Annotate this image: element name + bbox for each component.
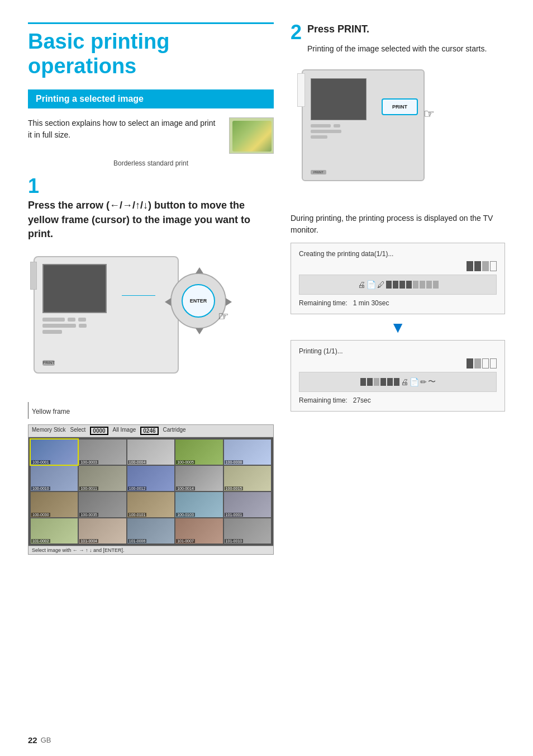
cartridge-label: Cartridge — [163, 427, 186, 435]
select-count: 0000 — [90, 427, 108, 435]
thumb-9: 100-0014 — [175, 466, 222, 491]
thumb-11: 100-0030 — [31, 492, 78, 517]
hand-cursor-icon: ☞ — [218, 309, 229, 324]
printer-body: PRINT PRINT ☞ — [302, 69, 425, 181]
arrow-up-button — [196, 267, 203, 273]
paper-slot — [30, 262, 37, 290]
intro-text: This section explains how to select an i… — [28, 117, 221, 141]
step1-block: 1 Press the arrow (←/→/↑/↓) button to mo… — [28, 176, 274, 555]
device-body: PRINT — [34, 256, 179, 374]
tv-screen-2: Printing (1/1)... — [291, 340, 505, 412]
screen1-remaining: Remaining time: 1 min 30sec — [299, 299, 497, 307]
strip-footer: Select image with ← → ↑ ↓ and [ENTER]. — [28, 546, 273, 554]
page-num: 22 — [28, 735, 37, 745]
enter-button: ENTER — [182, 284, 215, 318]
print-button-highlighted: PRINT — [382, 98, 418, 115]
print-device-illustration: PRINT PRINT ☞ — [291, 64, 505, 204]
sunflower-image — [229, 117, 274, 154]
icon-printer: 🖨 — [358, 280, 365, 289]
hand-cursor-print: ☞ — [423, 107, 435, 121]
thumb-7: 100-0011 — [79, 466, 126, 491]
thumb-12: 100-0035 — [79, 492, 126, 517]
progress-bar-1 — [299, 261, 497, 271]
left-column: Basic printing operations Printing a sel… — [28, 22, 274, 555]
thumb-13: 100-0101 — [127, 492, 174, 517]
page-number-bar: 22 GB — [28, 735, 51, 745]
step1-text: Press the arrow (←/→/↑/↓) button to move… — [28, 199, 274, 241]
prog-block-s2-4 — [490, 358, 497, 368]
step2-number: 2 — [291, 22, 302, 42]
prog-block-s2-2 — [474, 358, 481, 368]
during-printing-text: During printing, the printing process is… — [291, 212, 505, 236]
prog-block-2 — [474, 261, 481, 271]
screen2-title: Printing (1/1)... — [299, 347, 497, 355]
all-image-label: All Image — [113, 427, 136, 435]
prog-block-s2-3 — [482, 358, 489, 368]
intro-row: This section explains how to select an i… — [28, 117, 274, 154]
thumb-8: 100-0012 — [127, 466, 174, 491]
page-title: Basic printing operations — [28, 22, 274, 78]
memory-stick-strip: Memory Stick Select 0000 All Image 0246 … — [28, 424, 274, 555]
arrow-left-button — [165, 298, 171, 306]
arrow-down-button — [196, 328, 203, 334]
thumb-14: 100-0103 — [175, 492, 222, 517]
callout-line — [122, 295, 155, 296]
icon-pencil: ✏ — [420, 377, 427, 386]
icon-print-2: 🖨 — [401, 377, 408, 386]
step1-device-illustration: PRINT ENTER ☞ — [28, 248, 263, 399]
strip-header: Memory Stick Select 0000 All Image 0246 … — [28, 425, 273, 437]
icon-ink: 🖊 — [377, 280, 385, 289]
yellow-frame-label: Yellow frame — [32, 408, 70, 415]
icon-doc-2: 📄 — [410, 377, 419, 386]
prog-block-1 — [467, 261, 473, 271]
section-header: Printing a selected image — [28, 89, 274, 108]
arrow-right-button — [226, 298, 232, 306]
yellow-frame-indicator: Yellow frame — [28, 402, 274, 419]
thumb-16: 101-0002 — [31, 518, 78, 544]
prog-block-s2-1 — [467, 358, 473, 368]
screen2-remaining: Remaining time: 27sec — [299, 396, 497, 404]
step2-block: 2 Press PRINT. Printing of the image sel… — [291, 22, 505, 412]
step2-desc: Printing of the image selected with the … — [307, 43, 487, 55]
memory-stick-label: Memory Stick — [32, 427, 66, 435]
thumb-1: 100-0001 — [31, 440, 78, 465]
page-locale: GB — [41, 736, 51, 744]
caption-text: Borderless standard print — [28, 159, 274, 167]
device-screen — [42, 264, 107, 313]
right-column: 2 Press PRINT. Printing of the image sel… — [291, 22, 505, 555]
screen1-icons: 🖨 📄 🖊 — [299, 275, 497, 295]
prog-block-3 — [482, 261, 489, 271]
thumb-15: 101-0001 — [224, 492, 271, 517]
icon-file: 📄 — [367, 280, 376, 289]
tv-screen-1: Creating the printing data(1/1)... 🖨 📄 🖊 — [291, 243, 505, 314]
paper-slot-right — [297, 73, 305, 107]
thumb-2: 100-0003 — [79, 440, 126, 465]
prog-block-4 — [490, 261, 497, 271]
thumb-10: 100-0015 — [224, 466, 271, 491]
enter-button-cluster: ENTER ☞ — [162, 264, 235, 337]
thumb-17: 101-0004 — [79, 518, 126, 544]
thumb-6: 100-0010 — [31, 466, 78, 491]
select-label: Select — [70, 427, 86, 435]
page-container: Basic printing operations Printing a sel… — [0, 0, 533, 756]
step1-number: 1 — [28, 176, 274, 196]
printer-screen — [311, 78, 367, 120]
thumb-19: 101-0007 — [175, 518, 222, 544]
thumb-5: 100-0008 — [224, 440, 271, 465]
transition-arrow: ▼ — [291, 319, 505, 337]
screen1-title: Creating the printing data(1/1)... — [299, 250, 497, 258]
step2-title: Press PRINT. — [307, 22, 487, 36]
progress-bar-2 — [299, 358, 497, 368]
thumb-20: 101-0010 — [224, 518, 271, 544]
screen2-icons: 🖨 📄 ✏ 〜 — [299, 372, 497, 392]
thumb-18: 101-0006 — [127, 518, 174, 544]
icon-wave: 〜 — [428, 377, 436, 387]
all-image-count: 0246 — [140, 427, 158, 435]
thumb-3: 100-0004 — [127, 440, 174, 465]
thumbnail-grid: 100-0001 100-0003 100-0004 100-0005 100-… — [28, 437, 273, 546]
thumb-4: 100-0005 — [175, 440, 222, 465]
